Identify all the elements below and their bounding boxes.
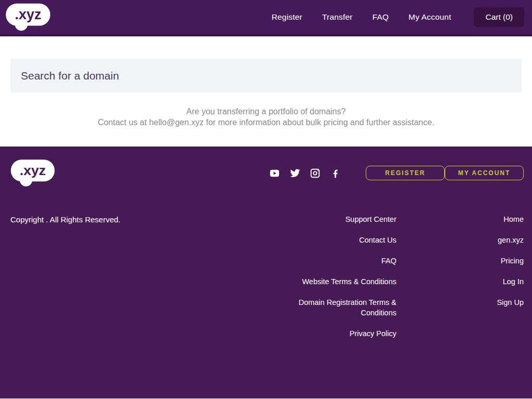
youtube-icon[interactable] — [269, 168, 280, 179]
footer-register-button[interactable]: REGISTER — [366, 166, 445, 180]
logo-text: .xyz — [15, 7, 41, 22]
nav-link-register[interactable]: Register — [272, 12, 302, 22]
footer-link-sign-up[interactable]: Sign Up — [497, 298, 524, 307]
footer: .xyz REGISTER MY ACCOUNT Copyright . All… — [0, 147, 532, 398]
domain-search-box — [10, 59, 522, 92]
list-item: gen.xyz — [396, 235, 524, 245]
instagram-icon[interactable] — [310, 168, 321, 179]
transfer-note-line2: Contact us at hello@gen.xyz for more inf… — [0, 117, 532, 128]
transfer-note-prefix: Contact us at — [98, 118, 149, 127]
facebook-icon[interactable] — [330, 168, 341, 179]
footer-logo-text: .xyz — [20, 163, 46, 178]
cart-button[interactable]: Cart (0) — [474, 7, 524, 27]
footer-link-log-in[interactable]: Log In — [503, 277, 524, 286]
transfer-note-suffix: for more information about bulk pricing … — [204, 118, 434, 127]
transfer-note: Are you transferring a portfolio of doma… — [0, 106, 532, 128]
social-icons — [269, 168, 341, 179]
main-content: Are you transferring a portfolio of doma… — [0, 59, 532, 128]
list-item: FAQ — [290, 256, 396, 266]
xyz-logo[interactable]: .xyz — [5, 3, 51, 31]
list-item: Pricing — [396, 256, 524, 266]
footer-link-support-center[interactable]: Support Center — [345, 215, 396, 223]
list-item: Privacy Policy — [290, 328, 396, 339]
nav-links: Register Transfer FAQ My Account — [272, 12, 451, 22]
footer-links-support: Support Center Contact Us FAQ Website Te… — [290, 214, 396, 349]
contact-email-link[interactable]: hello@gen.xyz — [149, 118, 204, 127]
list-item: Website Terms & Conditions — [290, 276, 396, 287]
footer-link-website-terms[interactable]: Website Terms & Conditions — [302, 277, 396, 286]
footer-buttons: REGISTER MY ACCOUNT — [366, 166, 524, 180]
footer-links-row: Copyright . All Rights Reserved. Support… — [10, 214, 524, 349]
footer-link-faq[interactable]: FAQ — [381, 257, 396, 265]
footer-link-genxyz[interactable]: gen.xyz — [498, 236, 524, 244]
footer-my-account-button[interactable]: MY ACCOUNT — [445, 166, 524, 180]
domain-search-input[interactable] — [10, 59, 522, 92]
nav-link-faq[interactable]: FAQ — [373, 12, 389, 22]
footer-link-pricing[interactable]: Pricing — [501, 257, 524, 265]
list-item: Log In — [396, 276, 524, 287]
nav-link-my-account[interactable]: My Account — [408, 12, 451, 22]
footer-link-privacy-policy[interactable]: Privacy Policy — [350, 329, 396, 338]
list-item: Home — [396, 214, 524, 224]
xyz-footer-logo[interactable]: .xyz — [10, 159, 55, 187]
list-item: Support Center — [290, 214, 396, 224]
top-navbar: .xyz Register Transfer FAQ My Account Ca… — [0, 0, 532, 36]
list-item: Domain Registration Terms & Conditions — [290, 297, 396, 318]
transfer-note-line1: Are you transferring a portfolio of doma… — [0, 106, 532, 117]
nav-link-transfer[interactable]: Transfer — [322, 12, 353, 22]
twitter-icon[interactable] — [289, 168, 300, 179]
footer-link-contact-us[interactable]: Contact Us — [359, 236, 396, 244]
footer-top-row: .xyz REGISTER MY ACCOUNT — [10, 159, 524, 187]
footer-link-home[interactable]: Home — [503, 215, 524, 223]
list-item: Sign Up — [396, 297, 524, 308]
footer-link-domain-terms[interactable]: Domain Registration Terms & Conditions — [299, 298, 396, 317]
footer-links-site: Home gen.xyz Pricing Log In Sign Up — [396, 214, 524, 349]
list-item: Contact Us — [290, 235, 396, 245]
copyright-text: Copyright . All Rights Reserved. — [10, 214, 290, 349]
